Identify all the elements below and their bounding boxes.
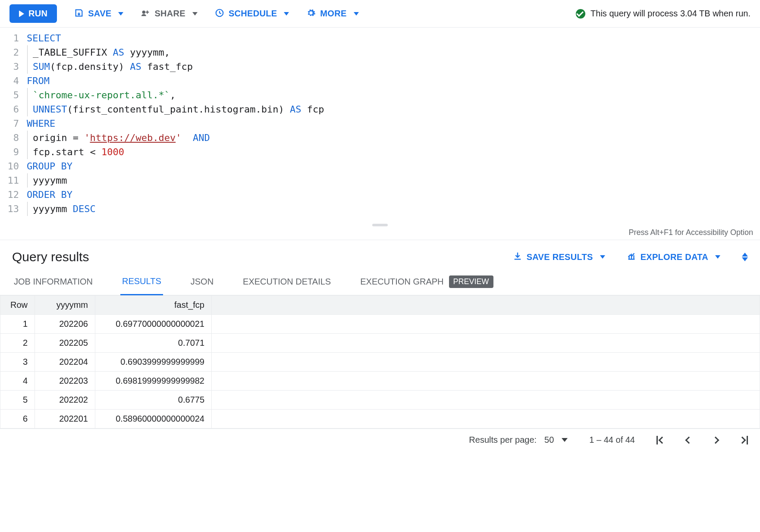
cell-spacer <box>212 410 760 429</box>
code-content[interactable]: SELECT <box>27 31 61 45</box>
cell-fast-fcp: 0.69819999999999982 <box>95 372 212 391</box>
cell-spacer <box>212 334 760 353</box>
code-line[interactable]: 5`chrome-ux-report.all.*`, <box>0 88 760 102</box>
results-table: Row yyyymm fast_fcp 12022060.69770000000… <box>0 295 760 429</box>
code-line[interactable]: 2_TABLE_SUFFIX AS yyyymm, <box>0 45 760 59</box>
table-row[interactable]: 22022050.7071 <box>0 334 760 353</box>
save-results-button[interactable]: SAVE RESULTS <box>513 251 605 263</box>
run-button[interactable]: RUN <box>9 4 57 23</box>
code-content[interactable]: origin = 'https://web.dev' AND <box>27 131 210 145</box>
share-button[interactable]: SHARE <box>141 8 198 19</box>
col-yyyymm[interactable]: yyyymm <box>35 296 95 315</box>
per-page-label: Results per page: <box>469 435 537 445</box>
more-button[interactable]: MORE <box>306 8 358 19</box>
line-number: 12 <box>7 188 27 202</box>
download-icon <box>513 251 522 263</box>
code-content[interactable]: UNNEST(first_contentful_paint.histogram.… <box>27 102 324 116</box>
code-line[interactable]: 8origin = 'https://web.dev' AND <box>0 131 760 145</box>
code-line[interactable]: 11yyyymm <box>0 173 760 188</box>
tab-job-information[interactable]: JOB INFORMATION <box>12 269 94 295</box>
line-number: 10 <box>7 159 27 173</box>
table-row[interactable]: 32022040.6903999999999999 <box>0 353 760 372</box>
code-content[interactable]: yyyymm DESC <box>27 202 96 216</box>
expand-collapse-button[interactable] <box>742 253 748 261</box>
code-line[interactable]: 12ORDER BY <box>0 188 760 202</box>
sql-editor[interactable]: 1SELECT2_TABLE_SUFFIX AS yyyymm,3SUM(fcp… <box>0 28 760 219</box>
chevron-left-icon <box>685 436 693 444</box>
code-content[interactable]: FROM <box>27 74 50 88</box>
more-button-label: MORE <box>320 9 346 19</box>
chevron-left-icon <box>659 436 666 444</box>
code-line[interactable]: 9fcp.start < 1000 <box>0 145 760 159</box>
code-line[interactable]: 1SELECT <box>0 31 760 45</box>
results-per-page[interactable]: Results per page: 50 <box>469 435 568 445</box>
code-line[interactable]: 4FROM <box>0 74 760 88</box>
cell-fast-fcp: 0.58960000000000024 <box>95 410 212 429</box>
code-line[interactable]: 7WHERE <box>0 116 760 131</box>
chevron-down-icon <box>284 12 289 16</box>
preview-badge: PREVIEW <box>449 275 493 288</box>
cell-fast-fcp: 0.6903999999999999 <box>95 353 212 372</box>
line-number: 7 <box>7 116 27 131</box>
tab-execution-graph-label: EXECUTION GRAPH <box>360 277 443 287</box>
code-content[interactable]: yyyymm <box>27 173 67 188</box>
chevron-right-icon <box>712 436 719 444</box>
play-icon <box>19 10 24 17</box>
prev-page-button[interactable] <box>686 438 691 443</box>
chevron-up-icon <box>742 253 748 257</box>
tab-execution-details[interactable]: EXECUTION DETAILS <box>241 269 333 295</box>
col-fast-fcp[interactable]: fast_fcp <box>95 296 212 315</box>
last-page-button[interactable] <box>740 436 748 444</box>
line-number: 4 <box>7 74 27 88</box>
cell-row: 1 <box>0 315 35 334</box>
table-row[interactable]: 42022030.69819999999999982 <box>0 372 760 391</box>
run-button-label: RUN <box>28 9 47 19</box>
cell-row: 3 <box>0 353 35 372</box>
code-line[interactable]: 10GROUP BY <box>0 159 760 173</box>
chevron-down-icon <box>715 255 720 259</box>
tab-execution-graph[interactable]: EXECUTION GRAPH PREVIEW <box>358 269 495 295</box>
table-row[interactable]: 62022010.58960000000000024 <box>0 410 760 429</box>
results-tabs: JOB INFORMATION RESULTS JSON EXECUTION D… <box>0 269 760 295</box>
chevron-down-icon <box>118 12 123 16</box>
results-title: Query results <box>12 250 89 264</box>
bar-icon <box>656 436 658 444</box>
code-content[interactable]: WHERE <box>27 116 55 131</box>
code-content[interactable]: GROUP BY <box>27 159 72 173</box>
next-page-button[interactable] <box>713 438 718 443</box>
code-line[interactable]: 13yyyymm DESC <box>0 202 760 216</box>
code-content[interactable]: SUM(fcp.density) AS fast_fcp <box>27 59 193 74</box>
results-table-container[interactable]: Row yyyymm fast_fcp 12022060.69770000000… <box>0 295 760 429</box>
chevron-down-icon <box>192 12 198 16</box>
save-button[interactable]: SAVE <box>74 8 123 19</box>
code-content[interactable]: _TABLE_SUFFIX AS yyyymm, <box>27 45 170 59</box>
chevron-down-icon <box>742 257 748 261</box>
cell-fast-fcp: 0.7071 <box>95 334 212 353</box>
toolbar: RUN SAVE SHARE SCHEDULE MORE This query … <box>0 0 760 28</box>
explore-data-button[interactable]: EXPLORE DATA <box>627 251 720 263</box>
bar-icon <box>747 436 748 444</box>
schedule-button[interactable]: SCHEDULE <box>215 8 289 19</box>
code-line[interactable]: 3SUM(fcp.density) AS fast_fcp <box>0 59 760 74</box>
cell-spacer <box>212 372 760 391</box>
tab-json[interactable]: JSON <box>189 269 215 295</box>
code-content[interactable]: `chrome-ux-report.all.*`, <box>27 88 176 102</box>
table-row[interactable]: 52022020.6775 <box>0 391 760 410</box>
code-line[interactable]: 6UNNEST(first_contentful_paint.histogram… <box>0 102 760 116</box>
code-content[interactable]: ORDER BY <box>27 188 72 202</box>
cell-yyyymm: 202205 <box>35 334 95 353</box>
code-content[interactable]: fcp.start < 1000 <box>27 145 124 159</box>
accessibility-hint: Press Alt+F1 for Accessibility Option <box>628 228 753 237</box>
line-number: 13 <box>7 202 27 216</box>
table-row[interactable]: 12022060.69770000000000021 <box>0 315 760 334</box>
query-status: This query will process 3.04 TB when run… <box>576 9 751 19</box>
share-button-label: SHARE <box>154 9 185 19</box>
pagination: Results per page: 50 1 – 44 of 44 <box>0 429 760 451</box>
cell-yyyymm: 202201 <box>35 410 95 429</box>
tab-results[interactable]: RESULTS <box>120 269 163 295</box>
cell-yyyymm: 202202 <box>35 391 95 410</box>
cell-spacer <box>212 353 760 372</box>
first-page-button[interactable] <box>656 436 665 444</box>
col-row[interactable]: Row <box>0 296 35 315</box>
per-page-value: 50 <box>544 435 554 445</box>
